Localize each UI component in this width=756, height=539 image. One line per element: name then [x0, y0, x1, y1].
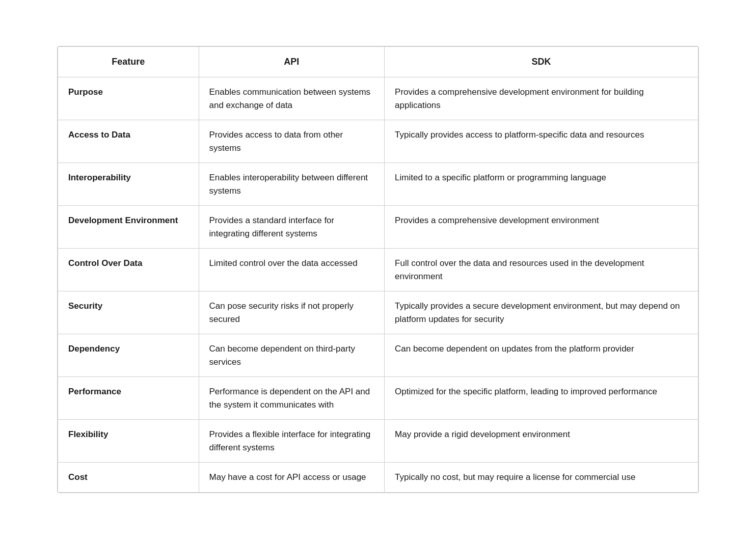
cell-api: Enables communication between systems an… [199, 77, 385, 120]
cell-feature: Security [58, 291, 199, 334]
table-row: InteroperabilityEnables interoperability… [58, 163, 698, 206]
cell-feature: Flexibility [58, 420, 199, 463]
table-row: Development EnvironmentProvides a standa… [58, 206, 698, 249]
header-feature: Feature [58, 47, 199, 77]
cell-api: Provides a standard interface for integr… [199, 206, 385, 249]
cell-sdk: Provides a comprehensive development env… [385, 77, 698, 120]
table-header-row: Feature API SDK [58, 47, 698, 77]
table-row: FlexibilityProvides a flexible interface… [58, 420, 698, 463]
cell-sdk: May provide a rigid development environm… [385, 420, 698, 463]
cell-feature: Control Over Data [58, 249, 199, 291]
cell-sdk: Limited to a specific platform or progra… [385, 163, 698, 206]
cell-api: May have a cost for API access or usage [199, 463, 385, 493]
cell-api: Can become dependent on third-party serv… [199, 334, 385, 377]
cell-sdk: Optimized for the specific platform, lea… [385, 377, 698, 420]
header-api: API [199, 47, 385, 77]
table-row: PerformancePerformance is dependent on t… [58, 377, 698, 420]
cell-feature: Access to Data [58, 120, 199, 163]
cell-feature: Cost [58, 463, 199, 493]
cell-feature: Purpose [58, 77, 199, 120]
table-row: SecurityCan pose security risks if not p… [58, 291, 698, 334]
cell-sdk: Typically provides a secure development … [385, 291, 698, 334]
cell-feature: Performance [58, 377, 199, 420]
cell-api: Can pose security risks if not properly … [199, 291, 385, 334]
table-row: PurposeEnables communication between sys… [58, 77, 698, 120]
table-row: DependencyCan become dependent on third-… [58, 334, 698, 377]
cell-feature: Dependency [58, 334, 199, 377]
cell-api: Provides a flexible interface for integr… [199, 420, 385, 463]
comparison-table-container: Feature API SDK PurposeEnables communica… [57, 46, 699, 493]
header-sdk: SDK [385, 47, 698, 77]
cell-sdk: Full control over the data and resources… [385, 249, 698, 291]
cell-sdk: Can become dependent on updates from the… [385, 334, 698, 377]
cell-sdk: Provides a comprehensive development env… [385, 206, 698, 249]
comparison-table: Feature API SDK PurposeEnables communica… [58, 46, 698, 493]
cell-feature: Interoperability [58, 163, 199, 206]
cell-api: Performance is dependent on the API and … [199, 377, 385, 420]
cell-sdk: Typically no cost, but may require a lic… [385, 463, 698, 493]
table-row: CostMay have a cost for API access or us… [58, 463, 698, 493]
cell-api: Limited control over the data accessed [199, 249, 385, 291]
cell-api: Provides access to data from other syste… [199, 120, 385, 163]
table-row: Control Over DataLimited control over th… [58, 249, 698, 291]
cell-feature: Development Environment [58, 206, 199, 249]
cell-api: Enables interoperability between differe… [199, 163, 385, 206]
table-row: Access to DataProvides access to data fr… [58, 120, 698, 163]
cell-sdk: Typically provides access to platform-sp… [385, 120, 698, 163]
